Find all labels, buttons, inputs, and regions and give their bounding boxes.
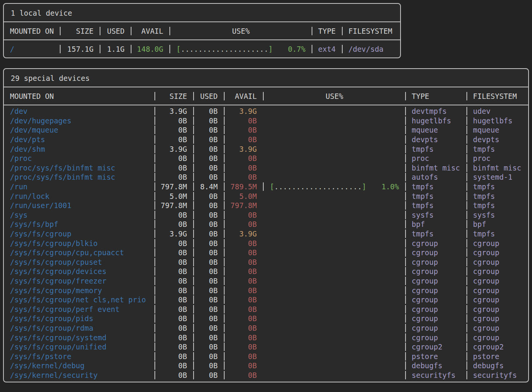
- filesystem-cell: proc: [466, 154, 528, 162]
- used-cell: 0B: [193, 173, 224, 181]
- filesystem-cell: cgroup: [466, 314, 528, 323]
- size-cell: 0B: [154, 324, 193, 332]
- filesystem-cell: cgroup: [466, 333, 528, 342]
- avail-cell: 0B: [224, 371, 263, 379]
- size-cell: 3.9G: [154, 230, 193, 238]
- mounted-on-cell: /sys/fs/cgroup: [4, 230, 154, 238]
- table-row: /sys/fs/cgroup/cpuset 0B 0B 0B cgroup cg…: [4, 258, 528, 267]
- filesystem-cell: cgroup: [466, 286, 528, 295]
- table-row: /sys/kernel/debug 0B 0B 0B debugfs debug…: [4, 361, 528, 371]
- type-cell: ext4: [312, 45, 342, 53]
- used-cell: 0B: [193, 126, 224, 134]
- type-cell: sysfs: [405, 211, 466, 219]
- mounted-on-cell: /sys: [4, 211, 154, 219]
- used-cell: 0B: [193, 371, 224, 379]
- size-cell: 0B: [154, 343, 193, 351]
- type-cell: mqueue: [405, 126, 466, 134]
- table-body: / 157.1G 1.1G 148.0G [..................…: [4, 40, 400, 57]
- used-cell: 8.4M: [193, 182, 224, 191]
- type-cell: hugetlbfs: [405, 116, 466, 125]
- used-cell: 0B: [193, 324, 224, 332]
- mounted-on-cell: /sys/fs/cgroup/cpu,cpuacct: [4, 248, 154, 257]
- avail-cell: 0B: [224, 164, 263, 172]
- filesystem-cell: securityfs: [466, 371, 528, 379]
- local-devices-table: 1 local device MOUNTED ON SIZE USED AVAI…: [3, 3, 401, 58]
- size-cell: 797.8M: [154, 182, 193, 191]
- size-cell: 0B: [154, 267, 193, 276]
- filesystem-cell: bpf: [466, 220, 528, 228]
- avail-cell: 0B: [224, 211, 263, 219]
- filesystem-cell: binfmt_misc: [466, 164, 528, 172]
- size-cell: 0B: [154, 305, 193, 313]
- header-type: TYPE: [405, 92, 466, 100]
- used-cell: 0B: [193, 116, 224, 125]
- filesystem-cell: devpts: [466, 135, 528, 144]
- mounted-on-cell: /sys/fs/cgroup/rdma: [4, 324, 154, 332]
- type-cell: tmpfs: [405, 192, 466, 200]
- used-cell: 0B: [193, 220, 224, 228]
- mounted-on-cell: /sys/fs/cgroup/systemd: [4, 333, 154, 342]
- mounted-on-cell: /sys/fs/cgroup/pids: [4, 314, 154, 323]
- header-use-percent: USE%: [169, 27, 312, 35]
- size-cell: 0B: [154, 361, 193, 370]
- type-cell: devpts: [405, 135, 466, 144]
- table-row: /sys/fs/cgroup/rdma 0B 0B 0B cgroup cgro…: [4, 323, 528, 333]
- header-filesystem: FILESYSTEM: [466, 92, 528, 100]
- avail-cell: 0B: [224, 173, 263, 181]
- table-row: /dev/shm 3.9G 0B 3.9G tmpfs tmpfs: [4, 144, 528, 154]
- filesystem-cell: cgroup: [466, 324, 528, 332]
- size-cell: 0B: [154, 126, 193, 134]
- mounted-on-cell: /proc/sys/fs/binfmt_misc: [4, 173, 154, 181]
- type-cell: cgroup: [405, 239, 466, 248]
- avail-cell: 0B: [224, 277, 263, 285]
- used-cell: 1.1G: [100, 45, 131, 53]
- type-cell: bpf: [405, 220, 466, 228]
- type-cell: proc: [405, 154, 466, 162]
- filesystem-cell: tmpfs: [466, 182, 528, 191]
- avail-cell: 0B: [224, 286, 263, 295]
- avail-cell: 0B: [224, 361, 263, 370]
- mounted-on-cell: /sys/kernel/security: [4, 371, 154, 379]
- table-row: /sys/fs/bpf 0B 0B 0B bpf bpf: [4, 220, 528, 229]
- size-cell: 0B: [154, 314, 193, 323]
- mounted-on-cell: /sys/kernel/debug: [4, 361, 154, 370]
- filesystem-cell: cgroup2: [466, 343, 528, 351]
- used-cell: 0B: [193, 135, 224, 144]
- table-row: /sys/fs/cgroup/devices 0B 0B 0B cgroup c…: [4, 267, 528, 276]
- table-row: /sys/fs/pstore 0B 0B 0B pstore pstore: [4, 351, 528, 361]
- mounted-on-cell: /sys/fs/cgroup/blkio: [4, 239, 154, 248]
- avail-cell: 0B: [224, 135, 263, 144]
- used-cell: 0B: [193, 248, 224, 257]
- size-cell: 0B: [154, 295, 193, 304]
- mounted-on-cell: /sys/fs/cgroup/devices: [4, 267, 154, 276]
- filesystem-cell: cgroup: [466, 295, 528, 304]
- avail-cell: 0B: [224, 267, 263, 276]
- used-cell: 0B: [193, 333, 224, 342]
- mounted-on-cell: /dev/mqueue: [4, 126, 154, 134]
- avail-cell: 5.0M: [224, 192, 263, 200]
- used-cell: 0B: [193, 239, 224, 248]
- size-cell: 3.9G: [154, 145, 193, 153]
- size-cell: 0B: [154, 173, 193, 181]
- type-cell: tmpfs: [405, 182, 466, 191]
- avail-cell: 3.9G: [224, 145, 263, 153]
- type-cell: tmpfs: [405, 230, 466, 238]
- filesystem-cell: pstore: [466, 352, 528, 361]
- table-row: /sys/fs/cgroup/net_cls,net_prio 0B 0B 0B…: [4, 295, 528, 305]
- used-cell: 0B: [193, 230, 224, 238]
- header-mounted-on: MOUNTED ON: [4, 92, 154, 100]
- avail-cell: 0B: [224, 248, 263, 257]
- size-cell: 0B: [154, 277, 193, 285]
- table-header-row: MOUNTED ON SIZE USED AVAIL USE% TYPE FIL…: [4, 87, 528, 105]
- size-cell: 0B: [154, 116, 193, 125]
- mounted-on-cell: /run/lock: [4, 192, 154, 200]
- type-cell: cgroup: [405, 333, 466, 342]
- header-avail: AVAIL: [224, 92, 263, 100]
- used-cell: 0B: [193, 192, 224, 200]
- type-cell: tmpfs: [405, 201, 466, 210]
- avail-cell: 148.0G: [131, 45, 169, 53]
- table-row: /sys/fs/cgroup 3.9G 0B 3.9G tmpfs tmpfs: [4, 229, 528, 239]
- avail-cell: 0B: [224, 314, 263, 323]
- avail-cell: 0B: [224, 258, 263, 266]
- usage-percent: 0.7%: [288, 45, 305, 53]
